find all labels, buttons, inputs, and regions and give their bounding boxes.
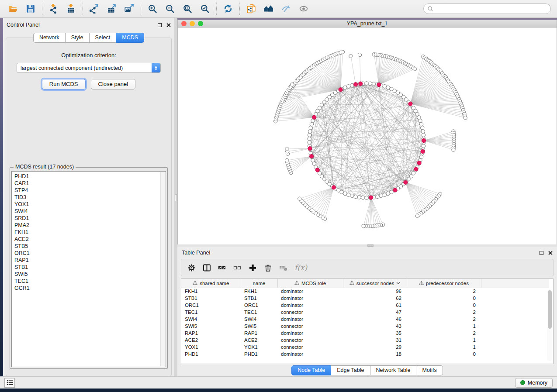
- ring-node[interactable]: [368, 82, 372, 85]
- float-table-panel-icon[interactable]: [540, 251, 543, 255]
- export-image-button[interactable]: [121, 1, 138, 16]
- mcds-node[interactable]: [310, 155, 314, 158]
- vertical-splitter[interactable]: [174, 18, 177, 376]
- leaf-node[interactable]: [464, 116, 467, 120]
- mcds-node-item[interactable]: GCR1: [14, 285, 166, 292]
- mcds-node[interactable]: [369, 196, 373, 199]
- ring-node[interactable]: [372, 82, 376, 86]
- ring-node[interactable]: [421, 126, 424, 130]
- ring-node[interactable]: [310, 123, 313, 126]
- tab-mcds[interactable]: MCDS: [116, 33, 144, 43]
- network-canvas[interactable]: [177, 28, 557, 244]
- leaf-node[interactable]: [349, 54, 353, 58]
- mcds-node[interactable]: [339, 88, 343, 92]
- vertical-splitter-handle[interactable]: [175, 194, 177, 201]
- run-mcds-button[interactable]: Run MCDS: [42, 79, 86, 89]
- close-panel-icon[interactable]: [166, 23, 171, 28]
- ring-node[interactable]: [376, 195, 379, 198]
- leaf-node[interactable]: [413, 67, 417, 71]
- network-window-titlebar[interactable]: YPA_prune.txt_1: [177, 20, 557, 28]
- zoom-out-button[interactable]: [161, 1, 179, 16]
- tab-network-table[interactable]: Network Table: [370, 365, 417, 375]
- table-row[interactable]: TEC1TEC1connector472: [181, 309, 549, 316]
- ring-node[interactable]: [350, 83, 354, 87]
- ring-node[interactable]: [347, 193, 350, 196]
- close-panel-button[interactable]: Close panel: [91, 79, 136, 89]
- column-header-shared-name[interactable]: shared name: [181, 279, 241, 288]
- ring-node[interactable]: [308, 141, 311, 144]
- leaf-node[interactable]: [358, 53, 361, 56]
- column-header-successor-nodes[interactable]: successor nodes: [343, 279, 407, 288]
- mcds-node[interactable]: [377, 83, 381, 87]
- table-scrollbar[interactable]: [547, 289, 552, 361]
- ring-node[interactable]: [308, 130, 312, 133]
- mcds-node-item[interactable]: SRD1: [14, 215, 166, 222]
- ring-node[interactable]: [386, 192, 390, 195]
- zoom-fit-button[interactable]: [179, 1, 196, 16]
- ring-node[interactable]: [311, 158, 315, 162]
- open-file-button[interactable]: [4, 1, 22, 16]
- table-row[interactable]: ACE2ACE2connector311: [181, 337, 549, 344]
- mcds-node[interactable]: [422, 138, 426, 142]
- tab-style[interactable]: Style: [66, 33, 90, 43]
- mcds-node-item[interactable]: CAR1: [14, 180, 166, 187]
- duplicate-network-button[interactable]: [242, 1, 260, 16]
- mcds-node-item[interactable]: TID3: [14, 194, 166, 201]
- mcds-result-list[interactable]: PHD1CAR1STP4TID3YOX1SWI4SRD1PMA2FKH1ACE2…: [11, 171, 166, 367]
- ring-node[interactable]: [419, 155, 423, 158]
- ring-node[interactable]: [357, 196, 361, 199]
- mcds-node-item[interactable]: STB1: [14, 264, 166, 271]
- mcds-list-scrollbar[interactable]: [160, 172, 165, 366]
- table-row[interactable]: SWI5SWI5connector431: [181, 323, 549, 330]
- ring-node[interactable]: [379, 194, 383, 198]
- leaf-node[interactable]: [362, 224, 365, 228]
- home-button[interactable]: [260, 1, 277, 16]
- ring-node[interactable]: [419, 123, 423, 126]
- add-column-button[interactable]: [249, 264, 257, 272]
- table-row[interactable]: RAP1RAP1dominator352: [181, 330, 549, 337]
- mcds-node[interactable]: [308, 147, 312, 151]
- refresh-button[interactable]: [219, 1, 237, 16]
- search-input[interactable]: [436, 6, 547, 12]
- column-header-name[interactable]: name: [241, 279, 277, 288]
- criterion-select[interactable]: largest connected component (undirected): [17, 63, 161, 73]
- ring-node[interactable]: [417, 116, 421, 119]
- ring-node[interactable]: [422, 133, 425, 137]
- table-row[interactable]: FKH1FKH1dominator962: [181, 288, 549, 295]
- tab-network[interactable]: Network: [33, 33, 66, 43]
- mcds-node[interactable]: [315, 168, 319, 172]
- ring-node[interactable]: [383, 193, 386, 196]
- tab-edge-table[interactable]: Edge Table: [331, 365, 370, 375]
- table-row[interactable]: STB1STB1dominator620: [181, 295, 549, 302]
- mcds-node[interactable]: [417, 161, 421, 165]
- ring-node[interactable]: [365, 82, 368, 85]
- mcds-node[interactable]: [414, 167, 418, 171]
- ring-node[interactable]: [361, 196, 364, 199]
- delete-column-button[interactable]: [264, 264, 272, 272]
- mcds-node[interactable]: [332, 186, 336, 189]
- task-history-button[interactable]: [4, 378, 15, 388]
- mcds-node-item[interactable]: PHD1: [14, 173, 166, 180]
- float-panel-icon[interactable]: [158, 23, 162, 27]
- zoom-in-button[interactable]: [144, 1, 161, 16]
- import-network-button[interactable]: [45, 1, 62, 16]
- show-panels-button[interactable]: [295, 1, 312, 16]
- mcds-node[interactable]: [421, 149, 425, 153]
- export-table-button[interactable]: [103, 1, 121, 16]
- table-row[interactable]: SWI4SWI4dominator462: [181, 316, 549, 323]
- tab-motifs[interactable]: Motifs: [416, 365, 443, 375]
- select-all-button[interactable]: [218, 264, 226, 272]
- ring-node[interactable]: [308, 133, 311, 137]
- mcds-node[interactable]: [312, 115, 316, 119]
- mcds-node-item[interactable]: RAP1: [14, 257, 166, 264]
- column-header-predecessor-nodes[interactable]: predecessor nodes: [407, 279, 481, 288]
- ring-node[interactable]: [421, 130, 425, 133]
- leaf-node[interactable]: [285, 158, 288, 162]
- node-table[interactable]: shared namenameMCDS rolesuccessor nodesp…: [181, 279, 554, 364]
- leaf-node[interactable]: [298, 197, 301, 200]
- settings-button[interactable]: [187, 264, 196, 272]
- table-row[interactable]: PHD1PHD1dominator180: [181, 351, 549, 358]
- mcds-node[interactable]: [359, 82, 363, 86]
- tab-select[interactable]: Select: [90, 33, 117, 43]
- zoom-selected-button[interactable]: [196, 1, 214, 16]
